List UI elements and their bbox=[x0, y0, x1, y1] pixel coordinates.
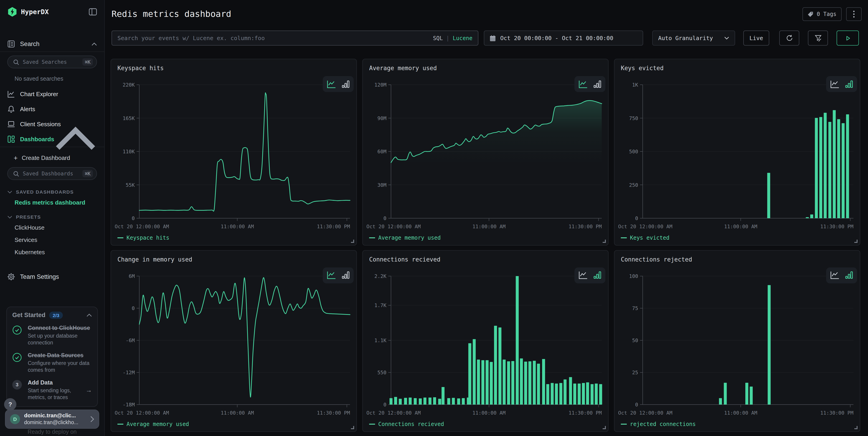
line-chart-icon[interactable] bbox=[830, 271, 839, 279]
saved-searches-input[interactable]: Saved Searches ⌘K bbox=[7, 56, 97, 68]
line-chart-icon[interactable] bbox=[327, 271, 336, 279]
filter-button[interactable] bbox=[808, 31, 828, 46]
preset-link-clickhouse[interactable]: ClickHouse bbox=[0, 222, 104, 234]
granularity-select[interactable]: Auto Granularity bbox=[652, 31, 735, 46]
chart-panel-keys-evicted[interactable]: Keys evicted1K7505002500Oct 20 12:00:00 … bbox=[614, 59, 860, 245]
bar-chart-icon[interactable] bbox=[593, 271, 601, 279]
chart-type-toggle[interactable] bbox=[323, 76, 354, 92]
sidebar-section-search[interactable]: Search bbox=[0, 36, 104, 52]
bar-chart-icon[interactable] bbox=[342, 80, 349, 88]
chart-title: Keyspace hits bbox=[118, 65, 164, 71]
sidebar-section-label: Search bbox=[20, 40, 92, 48]
hyperdx-logo-icon bbox=[7, 7, 17, 17]
create-dashboard-label: Create Dashboard bbox=[22, 154, 70, 161]
live-button[interactable]: Live bbox=[743, 31, 769, 46]
refresh-button[interactable] bbox=[779, 31, 799, 46]
logo-row: HyperDX bbox=[0, 0, 104, 24]
presets-header[interactable]: PRESETS bbox=[0, 209, 104, 222]
chart-type-toggle[interactable] bbox=[323, 267, 354, 283]
arrow-right-icon: → bbox=[86, 386, 92, 394]
svg-text:6M: 6M bbox=[129, 273, 135, 279]
preset-link-services[interactable]: Services bbox=[0, 234, 104, 246]
sidebar-collapse-icon[interactable] bbox=[89, 8, 97, 16]
saved-dashboards-header[interactable]: SAVED DASHBOARDS bbox=[0, 183, 104, 196]
sidebar-item-chart-explorer[interactable]: Chart Explorer bbox=[0, 87, 104, 101]
sql-mode-toggle[interactable]: SQL bbox=[433, 35, 443, 41]
chart-legend: rejected connections bbox=[621, 421, 696, 427]
promo-line1: Ready to deploy on bbox=[0, 429, 104, 436]
chart-panel-change-in-memory-used[interactable]: Change in memory used6M0-6M-12M-18MOct 2… bbox=[111, 250, 357, 432]
svg-text:0: 0 bbox=[132, 305, 135, 311]
chart-panel-average-memory-used[interactable]: Average memory used120M90M60M30M0Oct 20 … bbox=[362, 59, 609, 245]
panel-resize-handle[interactable] bbox=[351, 426, 354, 429]
panel-resize-handle[interactable] bbox=[602, 240, 606, 243]
svg-text:1K: 1K bbox=[632, 82, 639, 88]
line-chart-icon[interactable] bbox=[579, 80, 588, 88]
get-started-step-add-data[interactable]: 3 Add Data Start sending logs, metrics, … bbox=[12, 379, 92, 401]
tags-label: 0 Tags bbox=[817, 11, 837, 17]
chart-panel-keyspace-hits[interactable]: Keyspace hits220K165K110K55K0Oct 20 12:0… bbox=[111, 59, 357, 245]
sidebar-item-dashboards[interactable]: Dashboards bbox=[0, 132, 104, 147]
run-query-button[interactable] bbox=[837, 31, 859, 46]
tags-button[interactable]: 0 Tags bbox=[802, 7, 842, 21]
play-icon bbox=[844, 35, 851, 41]
get-started-title: Get Started bbox=[12, 312, 45, 318]
svg-text:60M: 60M bbox=[377, 149, 386, 154]
search-icon bbox=[13, 171, 19, 177]
create-dashboard-button[interactable]: + Create Dashboard bbox=[0, 152, 104, 164]
legend-swatch bbox=[621, 424, 627, 425]
chart-title: Change in memory used bbox=[118, 256, 192, 263]
avatar: D bbox=[10, 414, 20, 424]
user-email: dominic.tran@clickho... bbox=[24, 419, 90, 426]
legend-swatch bbox=[369, 237, 375, 238]
filter-edit-icon bbox=[814, 35, 822, 41]
chart-panel-connections-rejected[interactable]: Connections rejected1007550250Oct 20 12:… bbox=[614, 250, 860, 432]
chart-type-toggle[interactable] bbox=[575, 76, 606, 92]
user-account-button[interactable]: D dominic.tran@clic... dominic.tran@clic… bbox=[5, 410, 99, 429]
bar-chart-icon[interactable] bbox=[845, 80, 853, 88]
lucene-mode-toggle[interactable]: Lucene bbox=[453, 35, 472, 41]
saved-dashboards-input[interactable]: Saved Dashboards ⌘K bbox=[7, 167, 97, 180]
check-circle-icon bbox=[12, 353, 22, 362]
bar-chart-icon[interactable] bbox=[342, 271, 349, 279]
sidebar: HyperDX Search Saved Searches ⌘K No save… bbox=[0, 0, 105, 436]
chart-title: Keys evicted bbox=[621, 65, 663, 71]
svg-text:11:00:00 AM: 11:00:00 AM bbox=[472, 410, 506, 415]
chart-legend: Keyspace hits bbox=[118, 235, 169, 241]
chevron-up-icon[interactable] bbox=[87, 313, 92, 317]
help-button[interactable]: ? bbox=[4, 398, 17, 410]
svg-text:11:00:00 AM: 11:00:00 AM bbox=[221, 224, 254, 229]
get-started-step-sources[interactable]: Create Data Sources Configure where your… bbox=[12, 352, 92, 374]
line-chart-icon[interactable] bbox=[579, 271, 588, 279]
chart-type-toggle[interactable] bbox=[826, 76, 857, 92]
more-options-button[interactable] bbox=[846, 7, 862, 21]
chart-type-toggle[interactable] bbox=[575, 267, 606, 283]
panel-resize-handle[interactable] bbox=[602, 426, 606, 429]
chart-title: Connections recieved bbox=[369, 256, 440, 263]
search-input[interactable]: Search your events w/ Lucene ex. column:… bbox=[112, 31, 478, 46]
panel-resize-handle[interactable] bbox=[854, 240, 858, 243]
dashboard-link-redis[interactable]: Redis metrics dashboard bbox=[0, 196, 104, 209]
preset-link-kubernetes[interactable]: Kubernetes bbox=[0, 246, 104, 258]
bar-chart-icon[interactable] bbox=[845, 271, 853, 279]
check-circle-icon bbox=[12, 325, 22, 335]
panel-resize-handle[interactable] bbox=[351, 240, 354, 243]
panel-resize-handle[interactable] bbox=[854, 426, 858, 429]
bar-chart-icon[interactable] bbox=[593, 80, 601, 88]
app-window: HyperDX Search Saved Searches ⌘K No save… bbox=[0, 0, 868, 436]
chart-type-toggle[interactable] bbox=[826, 267, 857, 283]
line-chart-icon[interactable] bbox=[830, 80, 839, 88]
legend-label: Average memory used bbox=[127, 421, 189, 427]
line-chart-icon[interactable] bbox=[327, 80, 336, 88]
chevron-down-icon bbox=[724, 36, 729, 40]
chart-legend: Keys evicted bbox=[621, 235, 669, 241]
sidebar-item-team-settings[interactable]: Team Settings bbox=[0, 269, 104, 284]
saved-dashboards-placeholder: Saved Dashboards bbox=[23, 170, 83, 177]
tag-icon bbox=[808, 11, 814, 17]
sidebar-item-alerts[interactable]: Alerts bbox=[0, 101, 104, 117]
legend-swatch bbox=[621, 237, 627, 238]
svg-text:0: 0 bbox=[383, 402, 386, 407]
date-range-picker[interactable]: Oct 20 00:00:00 - Oct 21 00:00:00 bbox=[484, 31, 643, 46]
get-started-step-connect[interactable]: Connect to ClickHouse Set up your databa… bbox=[12, 324, 92, 346]
chart-panel-connections-recieved[interactable]: Connections recieved2.2K1.7K1.1K5500Oct … bbox=[362, 250, 609, 432]
